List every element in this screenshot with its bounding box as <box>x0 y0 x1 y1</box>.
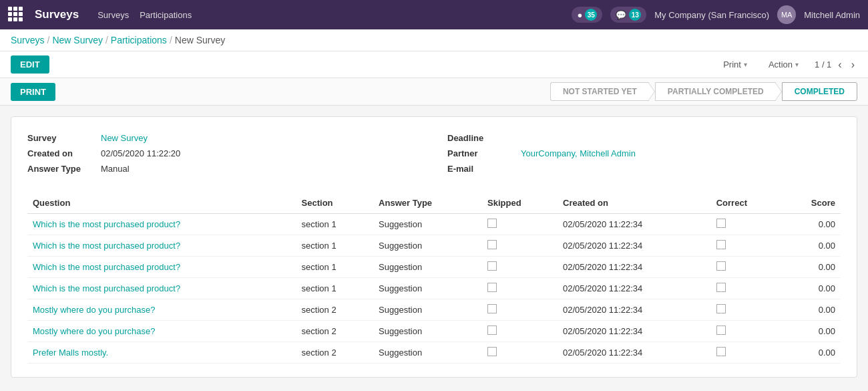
skipped-checkbox-0[interactable] <box>487 219 497 228</box>
cell-skipped-2[interactable] <box>482 257 558 278</box>
cell-correct-3[interactable] <box>711 278 782 299</box>
breadcrumb-current: New Survey <box>175 35 225 45</box>
activity-count-badge: 35 <box>585 9 597 21</box>
correct-checkbox-4[interactable] <box>716 304 726 313</box>
pagination-text: 1 / 1 <box>815 59 831 70</box>
correct-checkbox-0[interactable] <box>716 219 726 228</box>
status-stages: NOT STARTED YET PARTIALLY COMPLETED COMP… <box>550 82 857 101</box>
correct-checkbox-6[interactable] <box>716 347 726 356</box>
stage-not-started-label: NOT STARTED YET <box>563 87 637 96</box>
subheader: Surveys / New Survey / Participations / … <box>0 29 868 51</box>
avatar[interactable]: MA <box>777 5 796 24</box>
cell-score-1: 0.00 <box>781 235 841 257</box>
stage-partially-completed-label: PARTIALLY COMPLETED <box>668 87 764 96</box>
cell-question-2: Which is the most purchased product? <box>27 257 296 278</box>
correct-checkbox-5[interactable] <box>716 325 726 335</box>
print-button[interactable]: PRINT <box>11 83 55 101</box>
survey-value[interactable]: New Survey <box>101 133 148 143</box>
navbar-icons: ● 35 💬 13 My Company (San Francisco) MA … <box>572 5 860 24</box>
created-on-value: 02/05/2020 11:22:20 <box>101 148 180 158</box>
table-row: Which is the most purchased product? sec… <box>27 235 841 257</box>
cell-skipped-3[interactable] <box>482 278 558 299</box>
cell-section-4: section 2 <box>296 299 374 321</box>
cell-skipped-0[interactable] <box>482 214 558 235</box>
cell-skipped-1[interactable] <box>482 235 558 257</box>
skipped-checkbox-5[interactable] <box>487 325 497 335</box>
correct-checkbox-1[interactable] <box>716 240 726 249</box>
action-menu-button[interactable]: Action ▾ <box>763 57 804 72</box>
form-fields: Survey New Survey Created on 02/05/2020 … <box>27 130 841 176</box>
skipped-checkbox-1[interactable] <box>487 240 497 249</box>
cell-correct-4[interactable] <box>711 299 782 321</box>
cell-question-0: Which is the most purchased product? <box>27 214 296 235</box>
cell-answer-type-3: Suggestion <box>373 278 482 299</box>
stage-not-started[interactable]: NOT STARTED YET <box>550 82 649 101</box>
form-fields-left: Survey New Survey Created on 02/05/2020 … <box>27 130 421 176</box>
cell-correct-1[interactable] <box>711 235 782 257</box>
main-content: Survey New Survey Created on 02/05/2020 … <box>0 106 868 388</box>
col-correct: Correct <box>711 192 782 214</box>
skipped-checkbox-4[interactable] <box>487 304 497 313</box>
form-fields-right: Deadline Partner YourCompany, Mitchell A… <box>447 130 841 176</box>
answer-type-value: Manual <box>101 164 130 174</box>
print-menu-button[interactable]: Print ▾ <box>718 57 752 72</box>
stage-partially-completed[interactable]: PARTIALLY COMPLETED <box>655 82 776 101</box>
cell-correct-6[interactable] <box>711 342 782 364</box>
cell-skipped-4[interactable] <box>482 299 558 321</box>
skipped-checkbox-6[interactable] <box>487 347 497 356</box>
breadcrumb-sep-1: / <box>47 35 50 45</box>
messages-badge-button[interactable]: 💬 13 <box>610 7 646 23</box>
breadcrumb: Surveys / New Survey / Participations / … <box>11 35 225 45</box>
cell-section-3: section 1 <box>296 278 374 299</box>
cell-section-2: section 1 <box>296 257 374 278</box>
apps-menu-icon[interactable] <box>8 7 24 23</box>
cell-question-1: Which is the most purchased product? <box>27 235 296 257</box>
partner-row: Partner YourCompany, Mitchell Admin <box>447 146 841 161</box>
messages-count-badge: 13 <box>629 9 641 21</box>
cell-created-on-1: 02/05/2020 11:22:34 <box>558 235 711 257</box>
cell-correct-0[interactable] <box>711 214 782 235</box>
cell-score-2: 0.00 <box>781 257 841 278</box>
partner-label: Partner <box>447 148 521 158</box>
nav-participations[interactable]: Participations <box>140 10 192 20</box>
company-selector[interactable]: My Company (San Francisco) <box>654 10 769 20</box>
cell-skipped-5[interactable] <box>482 321 558 342</box>
cell-correct-2[interactable] <box>711 257 782 278</box>
nav-surveys[interactable]: Surveys <box>97 10 129 20</box>
cell-question-6: Prefer Malls mostly. <box>27 342 296 364</box>
table-row: Mostly where do you purchase? section 2 … <box>27 299 841 321</box>
cell-correct-5[interactable] <box>711 321 782 342</box>
breadcrumb-participations[interactable]: Participations <box>111 35 167 45</box>
cell-section-1: section 1 <box>296 235 374 257</box>
cell-question-3: Which is the most purchased product? <box>27 278 296 299</box>
survey-row: Survey New Survey <box>27 130 421 146</box>
cell-skipped-6[interactable] <box>482 342 558 364</box>
edit-button[interactable]: EDIT <box>11 55 49 74</box>
pagination-next-button[interactable]: › <box>849 57 857 72</box>
stage-completed[interactable]: COMPLETED <box>782 82 857 101</box>
col-answer-type: Answer Type <box>373 192 482 214</box>
cell-created-on-6: 02/05/2020 11:22:34 <box>558 342 711 364</box>
app-brand: Surveys <box>35 8 79 21</box>
deadline-row: Deadline <box>447 130 841 146</box>
correct-checkbox-2[interactable] <box>716 261 726 271</box>
answer-type-row: Answer Type Manual <box>27 161 421 176</box>
user-menu[interactable]: Mitchell Admin <box>804 10 860 20</box>
email-row: E-mail <box>447 161 841 176</box>
breadcrumb-new-survey[interactable]: New Survey <box>52 35 102 45</box>
partner-value[interactable]: YourCompany, Mitchell Admin <box>521 148 636 158</box>
skipped-checkbox-3[interactable] <box>487 283 497 292</box>
cell-answer-type-5: Suggestion <box>373 321 482 342</box>
cell-question-4: Mostly where do you purchase? <box>27 299 296 321</box>
cell-answer-type-4: Suggestion <box>373 299 482 321</box>
table-row: Prefer Malls mostly. section 2 Suggestio… <box>27 342 841 364</box>
cell-created-on-2: 02/05/2020 11:22:34 <box>558 257 711 278</box>
created-on-label: Created on <box>27 148 101 158</box>
correct-checkbox-3[interactable] <box>716 283 726 292</box>
skipped-checkbox-2[interactable] <box>487 261 497 271</box>
pagination-prev-button[interactable]: ‹ <box>835 57 844 72</box>
activity-badge-button[interactable]: ● 35 <box>572 7 602 23</box>
cell-section-5: section 2 <box>296 321 374 342</box>
col-skipped: Skipped <box>482 192 558 214</box>
breadcrumb-surveys[interactable]: Surveys <box>11 35 45 45</box>
